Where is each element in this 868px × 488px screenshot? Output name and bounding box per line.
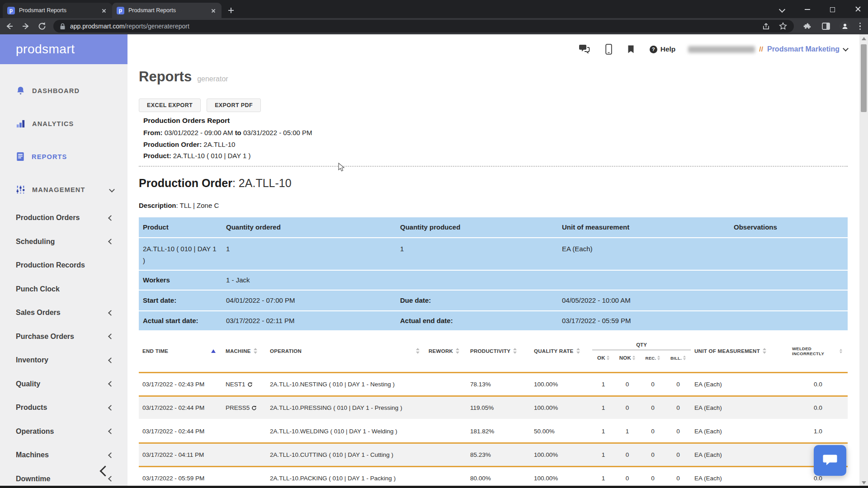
address-bar[interactable]: app.prodsmart.com/reports/generatereport [53,20,794,33]
operation-cell: 2A.TLL-10.NESTING ( 010 | DAY 1 - Nestin… [266,381,425,388]
qty-ok-cell: 1 [592,404,614,411]
column-header: Product [139,223,222,231]
restore-icon[interactable] [829,5,836,13]
sidebar-item[interactable]: Production Records [0,253,127,277]
sidebar-item-label: Purchase Orders [16,333,74,341]
chevron-down-icon [109,187,115,192]
close-icon[interactable] [854,5,862,13]
qty-nok-cell: 1 [614,428,640,435]
extensions-icon[interactable] [803,22,812,31]
tab-search-icon[interactable] [778,5,786,13]
sidebar-item-label: DASHBOARD [32,87,80,94]
mobile-icon[interactable] [605,44,612,55]
sidebar-item[interactable]: Purchase Orders [0,325,127,349]
uom-cell: EA (Each) [691,451,788,458]
end-time-cell: 03/17/2022 - 04:11 PM [139,451,222,458]
sort-icon [840,349,842,353]
summary-workers-row: Workers 1 - Jack [139,270,848,290]
column-header-machine[interactable]: MACHINE [222,348,266,354]
bookmark-star-icon[interactable] [778,22,788,31]
sidebar-item[interactable]: Production Orders [0,206,127,230]
side-panel-icon[interactable] [821,22,830,31]
reload-icon[interactable] [37,21,47,31]
sidebar-item-label: MANAGEMENT [32,186,85,193]
document-icon [15,151,25,162]
excel-export-button[interactable]: EXCEL EXPORT [139,99,201,112]
sidebar: prodsmart DASHBOARD ANALYTICS REPORTS MA… [0,34,127,488]
sidebar-item[interactable]: Inventory [0,348,127,372]
export-pdf-button[interactable]: EXPORT PDF [207,99,261,112]
back-icon[interactable] [5,21,14,31]
start-date-label: Start date: [139,296,222,304]
column-header-rec[interactable]: REC. [640,355,665,361]
user-name-redacted [688,46,755,53]
page-subtitle: generator [197,75,228,83]
sidebar-item[interactable]: Operations [0,420,127,444]
column-header-productivity[interactable]: PRODUCTIVITY [467,348,530,354]
sidebar-item-management[interactable]: MANAGEMENT [0,173,127,206]
column-header-rework[interactable]: REWORK [425,348,467,354]
chevron-left-icon [108,333,114,339]
column-header-uom[interactable]: UNIT OF MEASUREMENT [691,348,788,354]
prodsmart-favicon: p [117,7,124,14]
quantity-ordered-cell: 1 [222,238,396,255]
sidebar-item-label: Operations [16,427,54,436]
sidebar-item-reports[interactable]: REPORTS [0,140,127,173]
sidebar-item-dashboard[interactable]: DASHBOARD [0,74,127,107]
column-header-nok[interactable]: NOK [614,355,640,361]
sidebar-item[interactable]: Machines [0,443,127,467]
operations-table-body: 03/17/2022 - 02:43 PM NEST1 2A.TLL-10.NE… [139,372,848,488]
bookmark-icon[interactable] [627,45,634,54]
tab-close-icon[interactable] [100,7,108,14]
end-time-cell: 03/17/2022 - 05:59 PM [139,475,222,482]
sidebar-item[interactable]: Punch Clock [0,277,127,301]
order-summary-table: Product Quantity ordered Quantity produc… [139,217,848,330]
sort-icon [254,348,257,354]
sidebar-item-label: Scheduling [16,238,55,246]
qty-rec-cell: 0 [640,428,665,435]
forward-icon[interactable] [21,21,31,31]
sort-icon [657,356,660,360]
scrollbar-thumb[interactable] [861,44,867,112]
actual-start-value: 03/17/2022 - 02:11 PM [222,317,396,324]
welded-incorrectly-cell: 0.0 [788,404,848,411]
user-menu[interactable]: // Prodsmart Marketing [688,45,848,53]
browser-tab-2[interactable]: p Prodsmart Reports [112,3,222,18]
help-button[interactable]: ? Help [650,45,676,53]
browser-menu-icon[interactable] [859,23,861,30]
end-time-cell: 03/17/2022 - 02:44 PM [139,428,222,435]
sidebar-item-label: Inventory [16,356,48,364]
tab-close-icon[interactable] [210,7,217,14]
sidebar-item[interactable]: Quality [0,372,127,396]
sort-icon [763,348,766,354]
new-tab-button[interactable] [225,5,237,16]
sidebar-item[interactable]: Products [0,396,127,420]
welded-incorrectly-cell: 1.0 [788,428,848,435]
tab-strip: p Prodsmart Reports p Prodsmart Reports [0,3,237,18]
scroll-down-icon[interactable] [862,481,866,484]
column-header-bill[interactable]: BILL. [665,355,691,361]
sidebar-item-analytics[interactable]: ANALYTICS [0,107,127,140]
qty-group-underline [592,350,691,350]
page-scrollbar[interactable] [859,34,868,488]
column-header-quality-rate[interactable]: QUALITY RATE [530,348,592,354]
column-header-end-time[interactable]: END TIME [139,348,222,354]
column-header-operation[interactable]: OPERATION [266,348,425,354]
share-icon[interactable] [762,22,770,31]
operation-cell: 2A.TLL-10.PRESSING ( 010 | DAY 1 - Press… [266,404,425,411]
chat-icon[interactable] [578,44,590,54]
prodsmart-favicon: p [7,7,15,14]
chat-widget-button[interactable] [814,445,846,476]
minimize-icon[interactable] [804,5,811,13]
chevron-left-icon [108,310,114,316]
browser-tab-1[interactable]: p Prodsmart Reports [3,3,112,18]
window-controls [778,0,862,18]
column-header-ok[interactable]: OK [592,355,614,361]
sidebar-item[interactable]: Sales Orders [0,301,127,325]
quality-rate-cell: 100.00% [530,381,592,388]
profile-avatar[interactable] [840,21,850,32]
column-header-welded-incorrectly[interactable]: WELDED INCORRECTLY [788,346,848,356]
sidebar-item[interactable]: Scheduling [0,230,127,254]
scroll-up-icon[interactable] [862,37,866,40]
sidebar-primary-nav: DASHBOARD ANALYTICS REPORTS MANAGEMENT [0,64,127,206]
